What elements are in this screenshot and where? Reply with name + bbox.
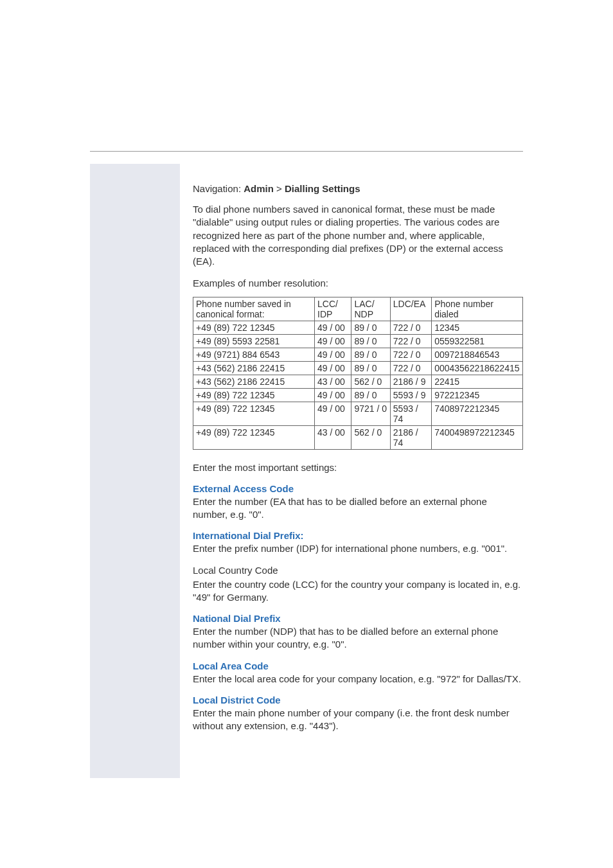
table-cell: 49 / 00: [315, 321, 351, 334]
title-local-country-code: Local Country Code: [193, 565, 523, 576]
title-local-area-code: Local Area Code: [193, 660, 523, 671]
section-external-access-code: External Access Code Enter the number (E…: [193, 483, 523, 522]
table-cell: 722 / 0: [390, 361, 431, 375]
th-lac-ndp: LAC/ NDP: [351, 297, 390, 321]
section-local-district-code: Local District Code Enter the main phone…: [193, 695, 523, 733]
body-international-dial-prefix: Enter the prefix number (IDP) for intern…: [193, 542, 523, 555]
table-cell: 722 / 0: [390, 334, 431, 348]
table-cell: 89 / 0: [351, 334, 390, 348]
table-row: +49 (89) 5593 2258149 / 0089 / 0722 / 00…: [193, 334, 523, 348]
header-rule: [90, 151, 523, 152]
nav-admin: Admin: [244, 183, 274, 194]
table-cell: 49 / 00: [315, 348, 351, 361]
table-cell: 2186 / 74: [390, 425, 431, 449]
table-cell: 2186 / 9: [390, 375, 431, 388]
table-cell: 562 / 0: [351, 375, 390, 388]
table-cell: 49 / 00: [315, 361, 351, 375]
table-row: +49 (9721) 884 654349 / 0089 / 0722 / 00…: [193, 348, 523, 361]
table-cell: 5593 / 74: [390, 402, 431, 425]
table-cell: 0559322581: [432, 334, 523, 348]
body-local-district-code: Enter the main phone number of your comp…: [193, 707, 523, 733]
nav-prefix: Navigation:: [193, 183, 244, 194]
table-cell: +43 (562) 2186 22415: [193, 361, 315, 375]
main-content: Navigation: Admin > Dialling Settings To…: [193, 183, 523, 741]
table-cell: +49 (89) 5593 22581: [193, 334, 315, 348]
examples-lead: Examples of number resolution:: [193, 277, 523, 290]
th-dialed: Phone number dialed: [432, 297, 523, 321]
table-cell: 89 / 0: [351, 388, 390, 402]
nav-page: Dialling Settings: [285, 183, 360, 194]
table-row: +49 (89) 722 1234549 / 009721 / 05593 / …: [193, 402, 523, 425]
title-national-dial-prefix: National Dial Prefix: [193, 613, 523, 624]
body-external-access-code: Enter the number (EA that has to be dial…: [193, 495, 523, 522]
table-cell: 89 / 0: [351, 361, 390, 375]
table-cell: +43 (562) 2186 22415: [193, 375, 315, 388]
table-cell: 972212345: [432, 388, 523, 402]
th-ldc-ea: LDC/EA: [390, 297, 431, 321]
breadcrumb: Navigation: Admin > Dialling Settings: [193, 183, 523, 194]
resolution-table: Phone number saved in canonical format: …: [193, 297, 523, 450]
table-cell: 722 / 0: [390, 321, 431, 334]
table-cell: 49 / 00: [315, 334, 351, 348]
table-cell: +49 (89) 722 12345: [193, 402, 315, 425]
table-cell: 49 / 00: [315, 388, 351, 402]
table-row: +49 (89) 722 1234549 / 0089 / 05593 / 99…: [193, 388, 523, 402]
title-external-access-code: External Access Code: [193, 483, 523, 494]
table-cell: +49 (9721) 884 6543: [193, 348, 315, 361]
table-cell: 0097218846543: [432, 348, 523, 361]
table-cell: 12345: [432, 321, 523, 334]
table-cell: 00043562218622415: [432, 361, 523, 375]
intro-paragraph: To dial phone numbers saved in canonical…: [193, 203, 523, 268]
body-local-country-code: Enter the country code (LCC) for the cou…: [193, 578, 523, 605]
table-cell: 722 / 0: [390, 348, 431, 361]
table-cell: 9721 / 0: [351, 402, 390, 425]
table-cell: 562 / 0: [351, 425, 390, 449]
title-international-dial-prefix: International Dial Prefix:: [193, 530, 523, 541]
table-row: +49 (89) 722 1234543 / 00562 / 02186 / 7…: [193, 425, 523, 449]
table-cell: 7408972212345: [432, 402, 523, 425]
nav-sep: >: [274, 183, 285, 194]
table-cell: 7400498972212345: [432, 425, 523, 449]
table-row: +43 (562) 2186 2241549 / 0089 / 0722 / 0…: [193, 361, 523, 375]
settings-lead: Enter the most important settings:: [193, 461, 523, 474]
body-local-area-code: Enter the local area code for your compa…: [193, 673, 523, 686]
table-cell: 22415: [432, 375, 523, 388]
table-cell: 89 / 0: [351, 321, 390, 334]
table-cell: +49 (89) 722 12345: [193, 321, 315, 334]
section-international-dial-prefix: International Dial Prefix: Enter the pre…: [193, 530, 523, 604]
body-national-dial-prefix: Enter the number (NDP) that has to be di…: [193, 625, 523, 651]
table-cell: 43 / 00: [315, 375, 351, 388]
table-cell: 43 / 00: [315, 425, 351, 449]
table-cell: 89 / 0: [351, 348, 390, 361]
table-row: +49 (89) 722 1234549 / 0089 / 0722 / 012…: [193, 321, 523, 334]
table-cell: +49 (89) 722 12345: [193, 425, 315, 449]
section-local-area-code: Local Area Code Enter the local area cod…: [193, 660, 523, 686]
left-sidebar: [90, 164, 180, 778]
table-cell: +49 (89) 722 12345: [193, 388, 315, 402]
table-cell: 5593 / 9: [390, 388, 431, 402]
title-local-district-code: Local District Code: [193, 695, 523, 705]
section-national-dial-prefix: National Dial Prefix Enter the number (N…: [193, 613, 523, 651]
table-header-row: Phone number saved in canonical format: …: [193, 297, 523, 321]
table-cell: 49 / 00: [315, 402, 351, 425]
table-row: +43 (562) 2186 2241543 / 00562 / 02186 /…: [193, 375, 523, 388]
th-canonical: Phone number saved in canonical format:: [193, 297, 315, 321]
th-lcc-idp: LCC/ IDP: [315, 297, 351, 321]
